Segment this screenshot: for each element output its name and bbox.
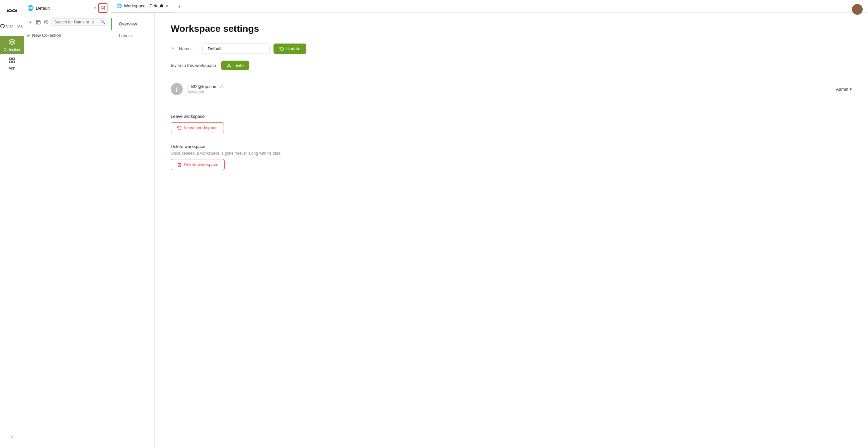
collection-chevron-icon: ▶ <box>27 33 30 37</box>
nav-sidebar: Overview Labels <box>111 13 155 448</box>
member-avatar: j <box>171 83 183 95</box>
search-input[interactable] <box>51 19 107 26</box>
delete-section-desc: Once deleted, a workspace is gone foreve… <box>171 151 852 156</box>
sidebar-item-collection-label: Collection <box>4 48 20 52</box>
tab-close-button[interactable]: ✕ <box>165 4 169 8</box>
nav-item-overview[interactable]: Overview <box>111 18 154 30</box>
content-area: Overview Labels Workspace settings ＊ Nam… <box>111 13 868 448</box>
delete-workspace-section: Delete workspace Once deleted, a workspa… <box>171 144 852 170</box>
play-button[interactable] <box>43 19 49 26</box>
invite-label: Invite to this workspace <box>171 63 216 68</box>
sidebar: Star 250 Collection App < <box>0 0 24 448</box>
tab-label: Workspace - Default <box>124 3 163 8</box>
workspace-name: Default <box>36 6 92 11</box>
svg-marker-6 <box>46 22 47 23</box>
nav-item-labels[interactable]: Labels <box>111 30 154 41</box>
member-status: Accepted <box>187 90 831 94</box>
delete-section-label: Delete workspace <box>171 144 852 149</box>
svg-rect-0 <box>9 58 11 60</box>
member-row: j j_li32@trip.com Accepted Admin ▾ <box>171 78 852 100</box>
add-tab-button[interactable]: + <box>174 1 185 12</box>
collection-item[interactable]: ▶ New Collection <box>27 31 107 39</box>
collection-name: New Collection <box>32 33 61 38</box>
workspace-chevron-icon[interactable]: ▾ <box>94 6 96 10</box>
tab-globe-icon: 🌐 <box>117 3 122 8</box>
sidebar-item-app[interactable]: App <box>0 54 24 73</box>
panel-content: ▶ New Collection <box>24 28 111 448</box>
svg-point-5 <box>44 20 48 24</box>
delete-workspace-button[interactable]: Delete workspace <box>171 159 225 170</box>
member-info: j_li32@trip.com Accepted <box>187 84 831 94</box>
panel: 🌐 Default ▾ Edit Workspace + <box>24 0 111 448</box>
svg-rect-4 <box>36 20 40 24</box>
svg-rect-1 <box>12 58 14 60</box>
member-email: j_li32@trip.com <box>187 84 831 89</box>
main-area: 🌐 Workspace - Default ✕ + Overview Label… <box>111 0 868 448</box>
collection-icon <box>9 38 16 47</box>
name-label: Name <box>179 46 191 51</box>
role-chevron-icon: ▾ <box>849 87 852 92</box>
invite-button[interactable]: Invite <box>221 61 249 70</box>
svg-rect-2 <box>9 61 11 63</box>
member-role[interactable]: Admin ▾ <box>836 87 852 92</box>
workspace-globe-icon: 🌐 <box>27 5 34 11</box>
app-logo[interactable] <box>5 4 19 18</box>
template-button[interactable] <box>35 19 41 26</box>
search-wrapper: 🔍 <box>51 19 107 26</box>
settings-content: Workspace settings ＊ Name : Update Invit… <box>155 13 868 448</box>
collapse-button[interactable]: < <box>7 432 17 441</box>
svg-rect-3 <box>12 61 14 63</box>
settings-title: Workspace settings <box>171 24 852 34</box>
tabs-bar: 🌐 Workspace - Default ✕ + <box>111 0 868 13</box>
sidebar-item-app-label: App <box>9 66 16 70</box>
add-button[interactable]: + <box>27 19 33 26</box>
sidebar-bottom: < <box>7 432 17 444</box>
name-required-star: ＊ <box>171 46 175 52</box>
panel-toolbar: + 🔍 <box>24 17 111 28</box>
github-star-count: 250 <box>15 24 23 28</box>
name-input[interactable] <box>203 43 270 54</box>
leave-workspace-section: Leave workspace Leave workspace <box>171 114 852 133</box>
github-star[interactable]: Star 250 <box>0 23 26 29</box>
divider-1 <box>171 107 852 107</box>
update-button[interactable]: Update <box>274 43 306 54</box>
app-icon <box>9 57 16 65</box>
edit-workspace-button[interactable] <box>98 3 107 13</box>
leave-workspace-button[interactable]: Leave workspace <box>171 122 224 133</box>
svg-point-8 <box>221 85 222 86</box>
github-star-label: Star <box>6 24 13 28</box>
settings-name-row: ＊ Name : Update <box>171 43 852 54</box>
svg-point-7 <box>228 64 230 65</box>
panel-header: 🌐 Default ▾ Edit Workspace <box>24 0 111 17</box>
leave-section-label: Leave workspace <box>171 114 852 119</box>
tab-workspace-default[interactable]: 🌐 Workspace - Default ✕ <box>111 0 174 12</box>
user-avatar[interactable] <box>852 4 863 15</box>
invite-row: Invite to this workspace Invite <box>171 61 852 70</box>
search-icon: 🔍 <box>100 20 105 25</box>
sidebar-item-collection[interactable]: Collection <box>0 36 24 54</box>
